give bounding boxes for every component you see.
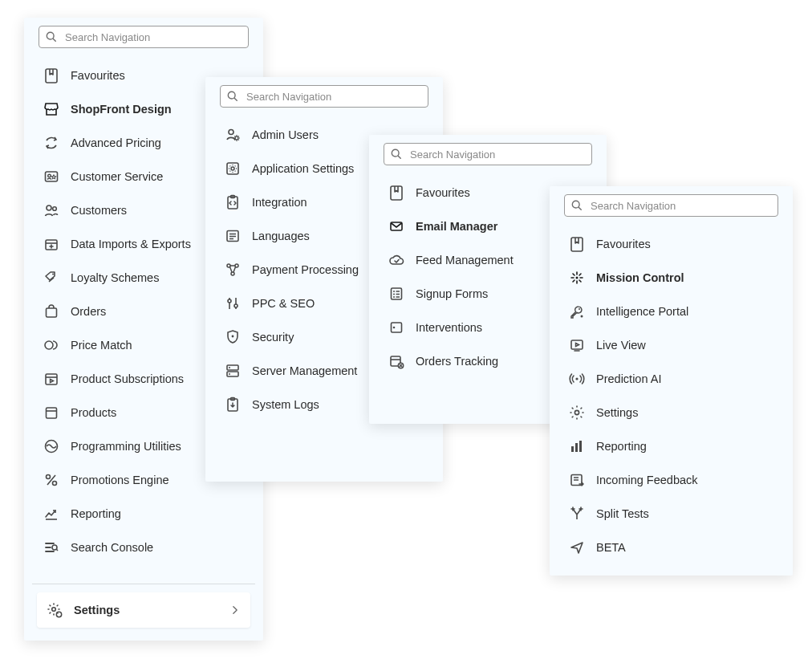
nav-item-label: Split Tests xyxy=(596,506,773,522)
settings-footer-button[interactable]: Settings xyxy=(37,592,250,628)
percent-icon xyxy=(43,472,59,488)
bookmark-badge-icon xyxy=(388,185,404,201)
settings-label: Settings xyxy=(74,604,231,616)
key-dot-icon xyxy=(569,303,585,319)
clipboard-brackets-icon xyxy=(225,194,241,210)
storefront-icon xyxy=(43,101,59,117)
calendar-x-icon xyxy=(388,353,404,369)
bookmark-badge-icon xyxy=(569,236,585,252)
bars-icon xyxy=(569,438,585,454)
sliders-icon xyxy=(225,295,241,311)
clipboard-down-icon xyxy=(225,397,241,413)
search-navigation[interactable] xyxy=(39,26,249,48)
search-icon xyxy=(227,91,238,102)
nav-item-label: Mission Control xyxy=(596,271,773,286)
search-navigation[interactable] xyxy=(384,143,592,165)
search-input[interactable] xyxy=(245,90,421,104)
nav-item-reporting[interactable]: Reporting xyxy=(561,430,782,462)
nav-item-label: Prediction AI xyxy=(596,372,773,387)
settings-icon xyxy=(47,602,63,618)
gear-icon xyxy=(569,405,585,421)
search-input[interactable] xyxy=(63,31,242,44)
split-icon xyxy=(569,506,585,522)
envelope-icon xyxy=(388,218,404,234)
screen-play-icon xyxy=(569,337,585,353)
people-icon xyxy=(43,202,59,218)
nav-item-incoming-feedback[interactable]: Incoming Feedback xyxy=(561,464,782,496)
nav-item-intelligence-portal[interactable]: Intelligence Portal xyxy=(561,295,782,327)
nav-footer: Settings xyxy=(32,589,255,633)
nav-item-favourites[interactable]: Favourites xyxy=(561,228,782,260)
nav-item-label: Favourites xyxy=(596,237,773,252)
nav-item-settings[interactable]: Settings xyxy=(561,397,782,429)
nav-item-reporting[interactable]: Reporting xyxy=(35,498,252,530)
box-plus-icon xyxy=(43,236,59,252)
search-icon xyxy=(46,31,57,43)
nav-item-label: Settings xyxy=(596,405,773,421)
send-icon xyxy=(569,539,585,555)
nav-item-label: Live View xyxy=(596,338,773,353)
bookmark-badge-icon xyxy=(43,67,59,83)
box-icon xyxy=(43,405,59,421)
refresh-money-icon xyxy=(43,135,59,151)
note-arrow-icon xyxy=(569,472,585,488)
search-input[interactable] xyxy=(408,148,585,161)
id-star-icon xyxy=(43,169,59,185)
nav-item-prediction-ai[interactable]: Prediction AI xyxy=(561,363,782,395)
form-icon xyxy=(388,286,404,302)
user-gear-icon xyxy=(225,127,241,143)
nav-item-split-tests[interactable]: Split Tests xyxy=(561,498,782,530)
wave-icon xyxy=(43,438,59,454)
nav-item-label: Incoming Feedback xyxy=(596,473,773,488)
nav-list: FavouritesMission ControlIntelligence Po… xyxy=(558,225,785,567)
nav-divider xyxy=(32,584,255,584)
shield-icon xyxy=(225,329,241,345)
nav-item-label: Intelligence Portal xyxy=(596,304,773,319)
app-gear-icon xyxy=(225,161,241,177)
navigation-panel-4: FavouritesMission ControlIntelligence Po… xyxy=(550,186,793,576)
nav-item-label: BETA xyxy=(596,540,773,555)
search-navigation[interactable] xyxy=(564,194,778,217)
square-dot-icon xyxy=(388,319,404,336)
chevron-right-icon xyxy=(231,605,241,615)
search-input[interactable] xyxy=(589,199,771,213)
nav-item-mission-control[interactable]: Mission Control xyxy=(561,262,782,294)
nav-item-label: Search Console xyxy=(71,540,244,555)
nav-item-label: Reporting xyxy=(71,506,244,522)
search-navigation[interactable] xyxy=(220,85,428,108)
nav-item-beta[interactable]: BETA xyxy=(561,531,782,563)
tags-icon xyxy=(43,270,59,286)
text-panel-icon xyxy=(225,228,241,244)
nav-item-live-view[interactable]: Live View xyxy=(561,329,782,361)
spark-icon xyxy=(569,270,585,286)
nav-item-label: Reporting xyxy=(596,439,773,454)
search-icon xyxy=(391,148,402,160)
search-icon xyxy=(571,200,583,211)
cloud-check-icon xyxy=(388,252,404,268)
calendar-play-icon xyxy=(43,371,59,387)
stack-icon xyxy=(225,363,241,379)
nodes-icon xyxy=(225,262,241,278)
nav-item-search-console[interactable]: Search Console xyxy=(35,531,252,563)
broadcast-icon xyxy=(569,371,585,387)
cart-icon xyxy=(43,303,59,319)
search-list-icon xyxy=(43,539,59,555)
trend-icon xyxy=(43,506,59,522)
two-circles-icon xyxy=(43,337,59,353)
